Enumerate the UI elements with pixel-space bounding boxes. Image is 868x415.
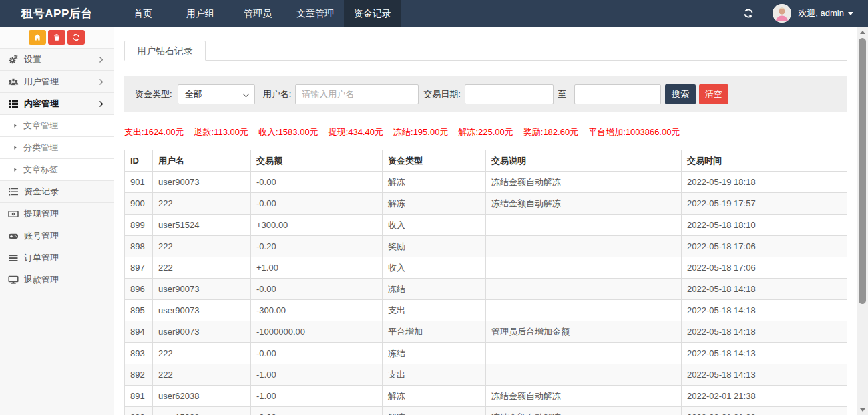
table-cell: 冻结金额自动解冻 — [486, 407, 682, 415]
table-cell: 解冻 — [383, 193, 486, 215]
table-cell: 平台增加 — [383, 321, 486, 343]
summary-item: 平台增加:1003866.00元 — [588, 127, 680, 137]
table-row: 896user90073-0.00冻结2022-05-18 14:18 — [125, 279, 847, 300]
table-cell: -300.00 — [251, 300, 383, 321]
avatar[interactable] — [773, 4, 791, 23]
recycle-button[interactable] — [67, 30, 85, 45]
nav-item-0[interactable]: 首页 — [114, 0, 172, 27]
refresh-icon[interactable] — [743, 8, 754, 19]
sidebar-subitem-5[interactable]: 文章标签 — [0, 159, 114, 181]
scrollbar-thumb[interactable] — [859, 38, 866, 304]
table-cell: -0.00 — [251, 172, 383, 193]
sidebar-item-8[interactable]: 账号管理 — [0, 225, 114, 247]
search-button[interactable]: 搜索 — [665, 84, 696, 104]
grid-icon — [8, 98, 19, 109]
summary-item: 冻结:195.00元 — [393, 127, 448, 137]
sidebar-subitem-3[interactable]: 文章管理 — [0, 115, 114, 137]
summary-item: 提现:434.40元 — [329, 127, 383, 137]
table-cell: 2022-05-19 18:18 — [682, 172, 847, 193]
table-cell: 2022-02-01 21:38 — [682, 386, 847, 407]
sidebar-item-10[interactable]: 退款管理 — [0, 269, 114, 291]
sidebar-item-9[interactable]: 订单管理 — [0, 247, 114, 269]
date-start-input[interactable] — [465, 84, 554, 104]
table-cell: 2022-05-18 14:13 — [682, 364, 847, 386]
sidebar-item-7[interactable]: 提现管理 — [0, 203, 114, 225]
table-cell: 支出 — [383, 300, 486, 321]
table-cell: 2022-02-01 21:38 — [682, 407, 847, 415]
table-cell: -0.20 — [251, 236, 383, 257]
table-cell: 管理员后台增加金额 — [486, 321, 682, 343]
fund-type-select[interactable]: 全部 — [178, 84, 255, 104]
table-cell: 896 — [125, 279, 153, 300]
nav-item-1[interactable]: 用户组 — [172, 0, 229, 27]
nav-item-3[interactable]: 文章管理 — [286, 0, 344, 27]
sidebar-item-0[interactable]: 设置 — [0, 49, 114, 71]
table-cell: 支出 — [383, 364, 486, 386]
chevron-down-icon — [242, 90, 249, 97]
sidebar-subitem-4[interactable]: 分类管理 — [0, 137, 114, 159]
table-cell: -1.00 — [251, 386, 383, 407]
table-cell: 222 — [153, 236, 251, 257]
scrollbar[interactable] — [857, 27, 868, 415]
table-cell: user90073 — [153, 300, 251, 321]
table-row: 897222+1.00收入2022-05-18 17:06 — [125, 257, 847, 279]
table-row: 900222-0.00解冻冻结金额自动解冻2022-05-19 17:57 — [125, 193, 847, 215]
clear-button[interactable]: 清空 — [699, 84, 728, 104]
table-cell: 2022-05-19 17:57 — [682, 193, 847, 215]
desktop-icon — [8, 275, 19, 285]
username-label: 用户名: — [263, 88, 292, 100]
table-header: ID用户名交易额资金类型交易说明交易时间 — [125, 150, 847, 172]
table-cell: -1000000.00 — [251, 321, 383, 343]
gamepad-icon — [8, 231, 19, 241]
sidebar-item-1[interactable]: 用户管理 — [0, 71, 114, 93]
table-cell: 890 — [125, 407, 153, 415]
table-cell: 2022-05-18 14:13 — [682, 343, 847, 364]
table-cell: -0.00 — [251, 343, 383, 364]
column-header: ID — [125, 150, 153, 172]
table-cell — [486, 279, 682, 300]
username-input[interactable] — [295, 84, 419, 104]
scrollbar-up-arrow[interactable] — [857, 27, 868, 37]
scrollbar-down-arrow[interactable] — [857, 405, 868, 414]
column-header: 用户名 — [153, 150, 251, 172]
summary-item: 退款:113.00元 — [194, 127, 248, 137]
table-row: 892222-1.00支出2022-05-18 14:13 — [125, 364, 847, 386]
welcome-dropdown[interactable]: 欢迎, admin — [798, 7, 853, 19]
sidebar-item-label: 设置 — [24, 53, 41, 65]
tab-user-diamond-records[interactable]: 用户钻石记录 — [124, 41, 206, 61]
summary-item: 支出:1624.00元 — [124, 127, 184, 137]
sidebar-item-label: 提现管理 — [24, 208, 59, 220]
date-label: 交易日期: — [423, 88, 461, 100]
table-row: 898222-0.20奖励2022-05-18 17:06 — [125, 236, 847, 257]
table-cell: user90073 — [153, 279, 251, 300]
column-header: 资金类型 — [383, 150, 486, 172]
records-table-wrap: ID用户名交易额资金类型交易说明交易时间 901user90073-0.00解冻… — [124, 150, 847, 415]
table-cell: 222 — [153, 364, 251, 386]
table-cell — [486, 300, 682, 321]
table-cell: -0.00 — [251, 407, 383, 415]
table-row: 901user90073-0.00解冻冻结金额自动解冻2022-05-19 18… — [125, 172, 847, 193]
filter-bar: 资金类型: 全部 用户名: 交易日期: 至 搜索 清空 — [124, 76, 847, 112]
date-end-input[interactable] — [574, 84, 661, 104]
main-content: 用户钻石记录 资金类型: 全部 用户名: 交易日期: 至 搜索 清空 支出:16… — [114, 27, 857, 415]
table-cell: user15008 — [153, 407, 251, 415]
table-cell — [486, 343, 682, 364]
fund-type-label: 资金类型: — [135, 88, 172, 100]
table-cell: 222 — [153, 343, 251, 364]
sidebar-item-6[interactable]: 资金记录 — [0, 181, 114, 203]
table-cell: 冻结 — [383, 343, 486, 364]
welcome-text: 欢迎, admin — [798, 7, 844, 19]
trash-button[interactable] — [48, 30, 65, 45]
nav-item-4[interactable]: 资金记录 — [344, 0, 401, 27]
caret-right-icon — [12, 122, 19, 129]
app-brand[interactable]: 租号APP后台 — [0, 0, 114, 27]
nav-item-2[interactable]: 管理员 — [229, 0, 286, 27]
list-icon — [8, 186, 19, 197]
sidebar: 设置 用户管理 内容管理 文章管理 分类管理 文章标签 — [0, 27, 114, 415]
sidebar-item-2[interactable]: 内容管理 — [0, 93, 114, 115]
sidebar-item-label: 内容管理 — [24, 98, 59, 110]
sidebar-subitem-label: 文章管理 — [23, 120, 58, 132]
sidebar-subitem-label: 文章标签 — [23, 164, 58, 176]
home-button[interactable] — [29, 30, 46, 45]
caret-right-icon — [12, 166, 19, 173]
